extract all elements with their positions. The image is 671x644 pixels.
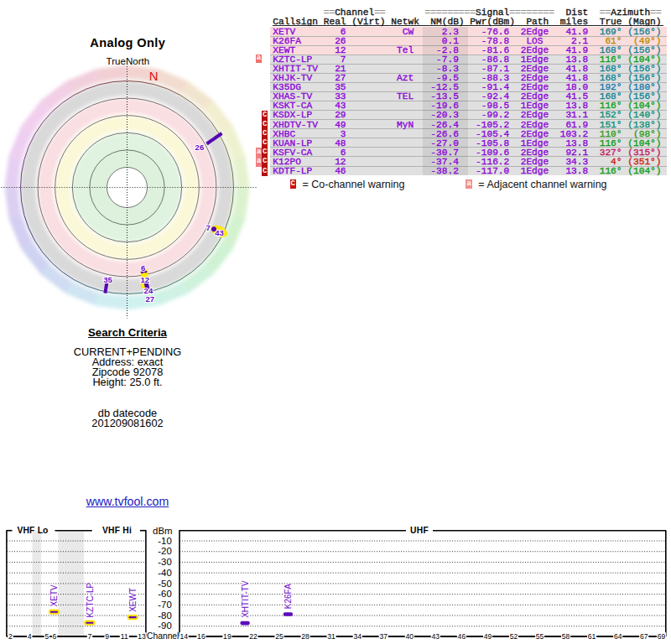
svg-text:XHTIT-TV: XHTIT-TV [241,580,250,618]
svg-text:58: 58 [562,632,570,641]
svg-text:Channel: Channel [147,631,179,641]
svg-text:69: 69 [658,632,666,641]
svg-text:-20: -20 [158,546,171,556]
svg-text:46: 46 [458,632,466,641]
svg-text:VHF Lo: VHF Lo [17,526,48,535]
svg-text:XETV: XETV [49,584,59,606]
svg-text:26: 26 [195,143,205,152]
svg-text:43: 43 [432,632,440,641]
svg-text:-80: -80 [158,610,171,621]
svg-text:-30: -30 [158,557,171,567]
svg-text:Analog Only: Analog Only [90,36,165,49]
svg-text:4: 4 [28,632,32,641]
svg-text:13: 13 [138,632,146,641]
svg-text:-40: -40 [158,568,171,578]
svg-text:2: 2 [8,632,13,641]
svg-text:64: 64 [614,632,622,641]
svg-text:11: 11 [121,632,128,641]
svg-text:61: 61 [588,632,596,641]
svg-text:31: 31 [327,632,336,641]
svg-text:TrueNorth: TrueNorth [107,55,150,66]
svg-text:67: 67 [640,632,648,641]
svg-text:KZTC-LP: KZTC-LP [86,582,95,617]
svg-text:43: 43 [215,228,224,237]
svg-text:-70: -70 [158,600,171,610]
svg-text:34: 34 [353,632,362,641]
svg-text:-50: -50 [158,579,171,589]
svg-text:6: 6 [53,632,57,641]
svg-text:7: 7 [206,223,211,232]
svg-text:XEWT: XEWT [128,588,138,612]
svg-text:27: 27 [145,294,154,304]
svg-text:22: 22 [249,632,257,641]
svg-text:40: 40 [406,632,414,641]
svg-text:6: 6 [141,263,145,273]
svg-text:K26FA: K26FA [283,584,293,609]
svg-text:28: 28 [301,632,309,641]
svg-text:-60: -60 [158,589,171,599]
svg-text:52: 52 [510,632,518,641]
svg-text:49: 49 [484,632,492,641]
svg-text:25: 25 [275,632,283,641]
svg-text:55: 55 [536,632,544,641]
svg-text:-90: -90 [158,621,171,631]
svg-text:N: N [149,69,159,83]
svg-text:9: 9 [105,632,109,641]
svg-text:14: 14 [179,632,188,641]
svg-text:35: 35 [103,275,112,284]
svg-text:-10: -10 [158,536,171,546]
svg-text:37: 37 [379,632,388,641]
svg-text:7: 7 [88,632,92,641]
svg-text:dBm: dBm [153,526,172,536]
svg-text:5: 5 [45,632,49,641]
svg-text:12: 12 [140,275,149,284]
svg-text:16: 16 [197,632,205,641]
svg-text:24: 24 [144,286,153,295]
svg-text:UHF: UHF [410,526,429,535]
svg-text:VHF Hi: VHF Hi [102,526,132,535]
svg-text:19: 19 [223,632,231,641]
